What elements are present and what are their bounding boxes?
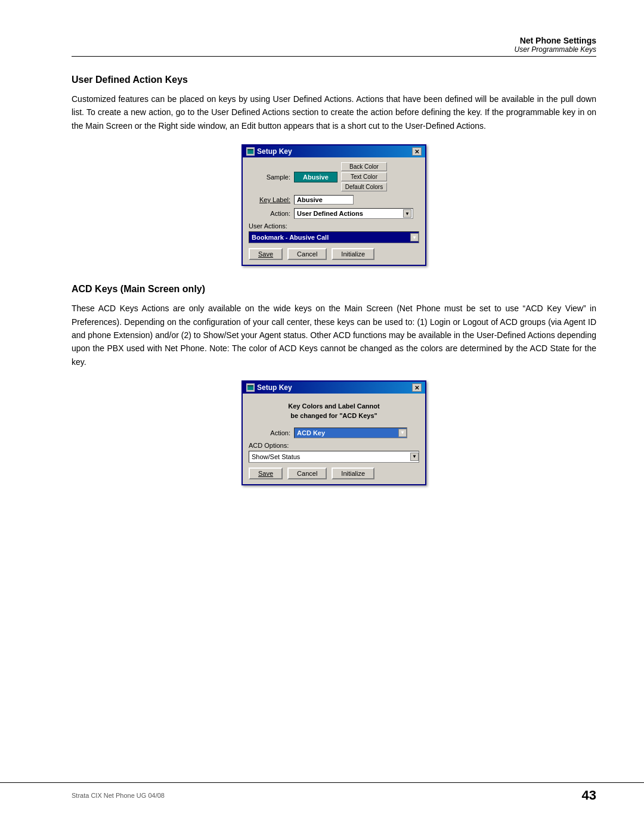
dialog2-acd-options-value: Show/Set Status (249, 453, 410, 460)
dialog2-action-value: ACD Key (295, 429, 398, 436)
dialog1-user-actions-select[interactable]: Bookmark - Abusive Call ▼ (249, 231, 419, 243)
dialog1-sample-row: Sample: Abusive Back Color Text Color De… (249, 162, 419, 191)
dialog2-notice-line2: be changed for "ACD Keys" (249, 411, 419, 420)
dialog1-default-colors-button[interactable]: Default Colors (341, 182, 387, 191)
dialog1-sample-button[interactable]: Abusive (294, 172, 338, 182)
dialog1-action-label: Action: (249, 210, 290, 217)
footer-right: 43 (582, 788, 596, 803)
dialog1-titlebar-left: Setup Key (246, 147, 292, 156)
dialog2-notice: Key Colors and Label Cannot be changed f… (249, 402, 419, 420)
dialog1-user-actions-label: User Actions: (249, 222, 419, 230)
dialog1-user-actions-arrow[interactable]: ▼ (410, 233, 419, 241)
dialog1-user-actions-row: Bookmark - Abusive Call ▼ (249, 231, 419, 243)
dialog2-save-button[interactable]: Save (249, 467, 283, 479)
dialog1-icon (246, 147, 255, 156)
dialog2-initialize-label: Initialize (341, 470, 365, 477)
dialog2-acd-options-arrow[interactable]: ▼ (410, 453, 419, 461)
dialog1-action-row: Action: User Defined Actions ▼ (249, 208, 419, 219)
dialog1-save-label: Save (258, 250, 273, 258)
dialog1-cancel-label: Cancel (297, 250, 317, 258)
header-subtitle: User Programmable Keys (515, 45, 596, 54)
dialog1-body: Sample: Abusive Back Color Text Color De… (243, 157, 425, 265)
dialog1-action-select[interactable]: User Defined Actions ▼ (294, 208, 413, 219)
dialog1-action-value: User Defined Actions (296, 210, 403, 217)
page-footer: Strata CIX Net Phone UG 04/08 43 (0, 782, 644, 803)
dialog2-title: Setup Key (257, 383, 292, 392)
svg-rect-5 (247, 385, 253, 386)
dialog1-initialize-button[interactable]: Initialize (332, 248, 374, 260)
footer-left: Strata CIX Net Phone UG 04/08 (72, 792, 165, 799)
dialog2-container: Setup Key ✕ Key Colors and Label Cannot … (72, 380, 596, 485)
header-area: Net Phone Settings User Programmable Key… (72, 36, 596, 57)
dialog2-acd-options-label: ACD Options: (249, 442, 419, 449)
dialog1-titlebar: Setup Key ✕ (243, 145, 425, 157)
section1-heading: User Defined Action Keys (72, 75, 596, 85)
dialog1-footer: Save Cancel Initialize (249, 248, 419, 260)
dialog2-save-label: Save (258, 470, 273, 477)
dialog2-titlebar: Setup Key ✕ (243, 382, 425, 394)
section2-body: These ACD Keys Actions are only availabl… (72, 302, 596, 368)
dialog2-action-label: Action: (249, 429, 290, 436)
dialog2-action-arrow[interactable]: ▼ (398, 429, 407, 437)
dialog2-notice-line1: Key Colors and Label Cannot (249, 402, 419, 411)
dialog2-initialize-button[interactable]: Initialize (332, 467, 374, 479)
dialog2-action-select[interactable]: ACD Key ▼ (294, 428, 407, 438)
dialog2-icon (246, 383, 255, 392)
dialog1-key-label-label: Key Label: (249, 196, 290, 203)
dialog1-container: Setup Key ✕ Sample: Abusive Back Color T… (72, 144, 596, 266)
dialog2-close-button[interactable]: ✕ (412, 383, 422, 392)
dialog1-cancel-button[interactable]: Cancel (287, 248, 327, 260)
svg-rect-2 (247, 149, 253, 150)
dialog1-user-actions-value: Bookmark - Abusive Call (249, 234, 410, 241)
dialog2-acd-options-select[interactable]: Show/Set Status ▼ (249, 451, 419, 463)
dialog1-initialize-label: Initialize (341, 250, 365, 258)
dialog2-acd-options-row: Show/Set Status ▼ (249, 451, 419, 463)
dialog2-footer: Save Cancel Initialize (249, 467, 419, 479)
dialog2-titlebar-left: Setup Key (246, 383, 292, 392)
dialog1-text-color-button[interactable]: Text Color (341, 172, 387, 181)
section1-body: Customized features can be placed on key… (72, 92, 596, 132)
dialog1-action-arrow[interactable]: ▼ (403, 209, 411, 218)
dialog1-key-label-row: Key Label: Abusive (249, 195, 419, 205)
dialog2-body: Key Colors and Label Cannot be changed f… (243, 394, 425, 484)
dialog1-title: Setup Key (257, 147, 292, 156)
dialog2-window: Setup Key ✕ Key Colors and Label Cannot … (242, 380, 426, 485)
dialog1-window: Setup Key ✕ Sample: Abusive Back Color T… (242, 144, 426, 266)
section2-heading: ACD Keys (Main Screen only) (72, 284, 596, 295)
dialog2-action-row: Action: ACD Key ▼ (249, 428, 419, 438)
dialog2-cancel-label: Cancel (297, 470, 317, 477)
dialog1-key-label-input[interactable]: Abusive (294, 195, 354, 205)
header-right: Net Phone Settings User Programmable Key… (515, 36, 596, 54)
dialog1-back-color-button[interactable]: Back Color (341, 162, 387, 171)
dialog1-save-button[interactable]: Save (249, 248, 283, 260)
dialog2-cancel-button[interactable]: Cancel (287, 467, 327, 479)
dialog1-sample-label: Sample: (249, 174, 290, 181)
page-container: Net Phone Settings User Programmable Key… (0, 0, 644, 833)
dialog1-color-buttons: Back Color Text Color Default Colors (341, 162, 387, 191)
dialog1-close-button[interactable]: ✕ (412, 147, 422, 156)
header-title: Net Phone Settings (515, 36, 596, 45)
